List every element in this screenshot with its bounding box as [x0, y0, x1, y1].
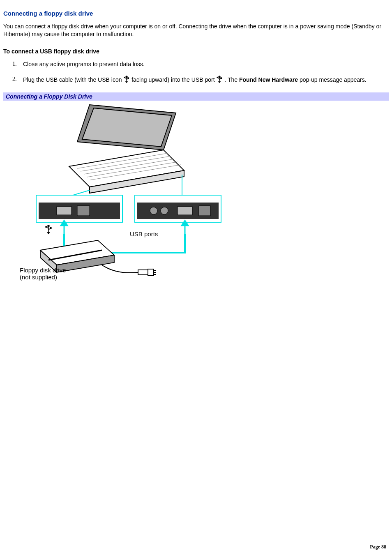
svg-point-4 [219, 76, 220, 78]
svg-point-0 [126, 76, 127, 78]
svg-point-26 [150, 207, 157, 214]
step-2-part-c: . The [224, 76, 239, 83]
figure-illustration: USB ports Floppy disk drive (not supplie… [20, 101, 225, 286]
step-1-text: Close any active programs to prevent dat… [23, 61, 145, 67]
step-2: Plug the USB cable (with the USB icon fa… [23, 76, 389, 85]
figure-label-floppy: Floppy disk drive (not supplied) [20, 267, 66, 281]
step-2-part-a: Plug the USB cable (with the USB icon [23, 76, 123, 83]
svg-rect-7 [221, 78, 221, 78]
svg-rect-31 [138, 270, 148, 275]
step-2-bold: Found New Hardware [239, 76, 298, 83]
svg-rect-18 [77, 206, 90, 216]
svg-rect-3 [128, 78, 129, 78]
svg-rect-17 [57, 207, 71, 215]
svg-point-6 [217, 77, 218, 78]
sub-heading: To connect a USB floppy disk drive [3, 48, 389, 55]
section-title: Connecting a floppy disk drive [3, 10, 389, 17]
figure-caption: Connecting a Floppy Disk Drive [3, 92, 389, 101]
svg-rect-29 [199, 206, 210, 216]
svg-point-2 [124, 77, 125, 78]
svg-rect-28 [178, 207, 192, 215]
svg-rect-23 [50, 227, 51, 228]
step-list: Close any active programs to prevent dat… [3, 60, 389, 85]
usb-icon [123, 76, 130, 85]
svg-line-13 [73, 190, 90, 195]
figure-label-floppy-line1: Floppy disk drive [20, 267, 66, 274]
step-2-part-d: pop-up message appears. [300, 76, 367, 83]
step-1: Close any active programs to prevent dat… [23, 60, 389, 68]
usb-icon [216, 76, 223, 85]
figure-label-floppy-line2: (not supplied) [20, 274, 57, 281]
page-number: Page 88 [370, 544, 386, 550]
svg-point-22 [46, 226, 47, 228]
svg-rect-32 [148, 269, 154, 276]
figure-label-usb-ports: USB ports [130, 230, 158, 237]
intro-paragraph: You can connect a floppy disk drive when… [3, 23, 389, 38]
svg-point-20 [48, 225, 49, 227]
step-2-part-b: facing upward) into the USB port [131, 76, 216, 83]
svg-point-27 [161, 207, 168, 214]
